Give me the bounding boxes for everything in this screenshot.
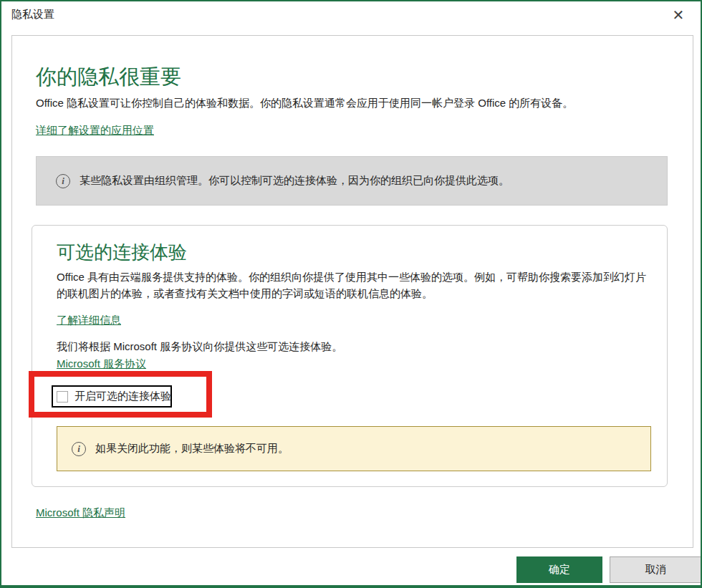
privacy-heading: 你的隐私很重要 <box>36 63 181 92</box>
ok-button[interactable]: 确定 <box>516 556 602 583</box>
service-agreement-text: 我们将根据 Microsoft 服务协议向你提供这些可选连接体验。 <box>57 339 653 354</box>
checkbox-focus-outline: 开启可选的连接体验 <box>52 385 172 408</box>
close-button[interactable]: ✕ <box>668 4 689 26</box>
cancel-button[interactable]: 取消 <box>610 556 702 583</box>
privacy-statement-link[interactable]: Microsoft 隐私声明 <box>36 506 125 520</box>
settings-location-link[interactable]: 详细了解设置的应用位置 <box>36 124 154 138</box>
disable-warning-text: 如果关闭此功能，则某些体验将不可用。 <box>95 442 289 456</box>
close-icon: ✕ <box>673 7 685 23</box>
optional-experiences-checkbox-label[interactable]: 开启可选的连接体验 <box>74 390 171 403</box>
disable-warning: i 如果关闭此功能，则某些体验将不可用。 <box>57 426 651 471</box>
optional-experiences-description: Office 具有由云端服务提供支持的体验。你的组织向你提供了使用其中一些体验的… <box>57 269 653 302</box>
service-agreement-link[interactable]: Microsoft 服务协议 <box>57 357 146 371</box>
optional-experiences-checkbox[interactable] <box>57 391 68 403</box>
info-icon: i <box>56 174 70 188</box>
learn-more-link[interactable]: 了解详细信息 <box>57 314 121 327</box>
privacy-settings-dialog: 隐私设置 ✕ 你的隐私很重要 Office 隐私设置可让你控制自己的体验和数据。… <box>0 0 702 588</box>
info-icon: i <box>72 442 86 456</box>
optional-experiences-section: 可选的连接体验 Office 具有由云端服务提供支持的体验。你的组织向你提供了使… <box>32 225 668 487</box>
org-managed-notice: i 某些隐私设置由组织管理。你可以控制可选的连接体验，因为你的组织已向你提供此选… <box>36 156 668 206</box>
optional-experiences-heading: 可选的连接体验 <box>57 240 187 265</box>
privacy-description: Office 隐私设置可让你控制自己的体验和数据。你的隐私设置通常会应用于使用同… <box>36 95 666 110</box>
org-managed-notice-text: 某些隐私设置由组织管理。你可以控制可选的连接体验，因为你的组织已向你提供此选项。 <box>80 174 509 188</box>
dialog-title: 隐私设置 <box>11 8 54 21</box>
